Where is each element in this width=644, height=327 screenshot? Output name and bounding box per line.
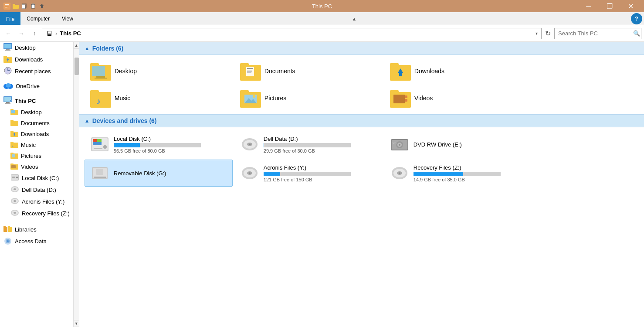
back-button[interactable]: ← — [3, 28, 14, 39]
drives-section-header[interactable]: ▲ Devices and drives (6) — [79, 114, 644, 127]
acronis-icon — [10, 197, 19, 206]
svg-rect-32 — [10, 131, 14, 133]
folder-item-documents[interactable]: Documents — [234, 58, 383, 84]
address-dropdown-icon[interactable]: ▾ — [536, 31, 538, 36]
removable-disk-g-name: Removable Disk (G:) — [114, 170, 227, 177]
sidebar-item-pc-videos[interactable]: Videos — [0, 161, 73, 172]
sidebar-item-dell-d[interactable]: Dell Data (D:) — [0, 184, 73, 196]
sidebar-label-acronis-y: Acronis Files (Y:) — [22, 198, 64, 205]
drive-item-dvd-e[interactable]: DVD DVD RW Drive (E:) — [384, 131, 532, 158]
sidebar-scroll-down[interactable]: ▼ — [73, 320, 79, 327]
qat-arrow-icon[interactable] — [38, 3, 45, 10]
search-box[interactable]: 🔍 — [554, 28, 641, 39]
ribbon-tab-view[interactable]: View — [56, 12, 79, 25]
sidebar-item-pc-downloads[interactable]: Downloads — [0, 129, 73, 140]
folder-item-downloads[interactable]: Downloads — [384, 58, 532, 84]
qat-copy-icon[interactable] — [21, 3, 28, 10]
folder-item-pictures[interactable]: Pictures — [234, 85, 383, 111]
minimize-button[interactable]: ─ — [579, 0, 599, 12]
sidebar-item-this-pc[interactable]: This PC — [0, 95, 73, 107]
sidebar-label-pc-music: Music — [21, 142, 36, 148]
title-bar-left — [3, 3, 45, 10]
sidebar-scroll-up[interactable]: ▲ — [73, 42, 79, 49]
sidebar-spacer2 — [0, 92, 73, 95]
folder-item-music[interactable]: ♪ Music — [85, 85, 233, 111]
sidebar-item-recovery-z[interactable]: Recovery Files (Z:) — [0, 208, 73, 219]
svg-rect-8 — [32, 3, 34, 5]
drive-item-local-c[interactable]: Local Disk (C:) 56.5 GB free of 80.0 GB — [85, 131, 233, 158]
sidebar-item-recent-places[interactable]: Recent places — [0, 65, 73, 77]
drive-item-removable-g[interactable]: Removable Disk (G:) — [85, 160, 233, 187]
svg-point-120 — [399, 173, 400, 174]
drive-item-recovery-z[interactable]: Recovery Files (Z:) 14.9 GB free of 35.0… — [384, 160, 532, 187]
svg-rect-42 — [11, 165, 16, 168]
dvd-drive-e-name: DVD RW Drive (E:) — [414, 141, 527, 148]
svg-rect-35 — [10, 142, 14, 143]
recovery-icon — [10, 209, 19, 218]
sidebar-item-libraries[interactable]: Libraries — [0, 224, 73, 235]
svg-rect-41 — [10, 164, 14, 165]
ribbon: File Computer View ▲ ? — [0, 12, 644, 25]
recovery-files-z-bar-bg — [414, 172, 501, 176]
sidebar-item-downloads[interactable]: Downloads — [0, 54, 73, 65]
svg-rect-28 — [11, 110, 15, 113]
content-area: ▲ Folders (6) Desktop — [79, 42, 644, 327]
svg-point-97 — [103, 145, 107, 149]
drive-item-dell-d[interactable]: Dell Data (D:) 29.9 GB free of 30.0 GB — [234, 131, 383, 158]
drive-item-acronis-y[interactable]: Acronis Files (Y:) 121 GB free of 150 GB — [234, 160, 383, 187]
folder-item-desktop[interactable]: Desktop — [85, 58, 233, 84]
sidebar-label-libraries: Libraries — [15, 226, 37, 233]
sidebar-item-pc-music[interactable]: ♪ Music — [0, 140, 73, 150]
qat-paste-icon[interactable] — [30, 3, 37, 10]
qat-folder-icon[interactable] — [12, 3, 19, 10]
sidebar-scrollbar[interactable]: ▲ ▼ — [73, 42, 79, 327]
window-title: This PC — [312, 3, 332, 10]
sidebar-item-acronis-y[interactable]: Acronis Files (Y:) — [0, 196, 73, 208]
help-button[interactable]: ? — [631, 13, 642, 24]
recent-places-icon — [3, 67, 12, 76]
dell-data-d-bar-bg — [264, 143, 351, 147]
folders-section-header[interactable]: ▲ Folders (6) — [79, 42, 644, 55]
downloads-folder-icon — [390, 61, 411, 81]
svg-point-116 — [249, 173, 251, 174]
sidebar-label-this-pc: This PC — [15, 98, 36, 104]
sidebar-label-onedrive: OneDrive — [16, 83, 40, 89]
search-input[interactable] — [558, 30, 631, 37]
sidebar-item-access-data[interactable]: Access Data — [0, 235, 73, 247]
dvd-drive-e-info: DVD RW Drive (E:) — [414, 141, 527, 148]
ribbon-tab-computer[interactable]: Computer — [20, 12, 56, 25]
sidebar-label-desktop: Desktop — [15, 44, 36, 51]
svg-rect-112 — [96, 169, 103, 175]
sidebar-item-pc-pictures[interactable]: Pictures — [0, 150, 73, 161]
up-button[interactable]: ↑ — [29, 28, 40, 39]
svg-point-102 — [249, 144, 251, 145]
pc-pictures-icon — [10, 152, 18, 160]
refresh-button[interactable]: ↻ — [545, 29, 551, 37]
sidebar-item-pc-documents[interactable]: Documents — [0, 118, 73, 129]
removable-disk-g-icon — [90, 164, 109, 183]
address-bar[interactable]: 🖥 › This PC ▾ — [42, 28, 542, 39]
close-button[interactable]: ✕ — [620, 0, 641, 12]
folder-item-videos[interactable]: Videos — [384, 85, 532, 111]
navigation-bar: ← → ↑ 🖥 › This PC ▾ ↻ 🔍 — [0, 25, 644, 42]
sidebar-scroll-track[interactable] — [74, 49, 79, 320]
svg-rect-66 — [96, 76, 105, 78]
sidebar-label-dell-d: Dell Data (D:) — [22, 187, 56, 193]
folder-name-documents: Documents — [264, 68, 295, 75]
svg-point-45 — [16, 177, 18, 178]
sidebar-item-desktop[interactable]: Desktop — [0, 42, 73, 54]
title-bar-controls: ─ ❐ ✕ — [579, 0, 641, 12]
ribbon-collapse-icon[interactable]: ▲ — [352, 16, 356, 21]
sidebar-item-pc-desktop[interactable]: Desktop — [0, 107, 73, 118]
forward-button[interactable]: → — [16, 28, 27, 39]
local-disk-c-bar-bg — [114, 143, 201, 147]
svg-rect-15 — [3, 56, 7, 58]
local-disk-icon — [10, 174, 19, 183]
desktop-folder-icon — [90, 61, 111, 81]
sidebar-scroll-thumb[interactable] — [75, 58, 79, 75]
restore-button[interactable]: ❐ — [600, 0, 620, 12]
ribbon-tab-file[interactable]: File — [0, 12, 20, 25]
onedrive-icon — [3, 82, 13, 90]
sidebar-item-local-c[interactable]: Local Disk (C:) — [0, 172, 73, 184]
sidebar-item-onedrive[interactable]: OneDrive — [0, 81, 73, 92]
